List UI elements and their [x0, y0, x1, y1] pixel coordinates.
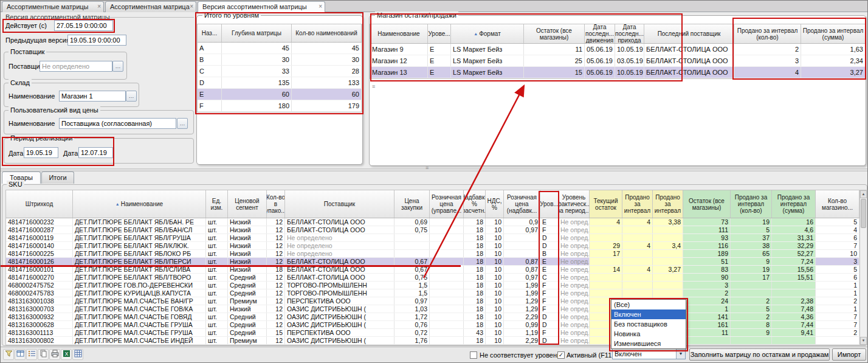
active-checkbox[interactable]: ✓: [557, 351, 565, 359]
price-view-input[interactable]: [59, 118, 176, 129]
column-header[interactable]: Уровень фактическ... за период...: [559, 190, 590, 218]
import-button[interactable]: Импорт: [832, 348, 866, 361]
levels-row[interactable]: F180179: [198, 100, 362, 112]
vertical-scrollbar[interactable]: ▲ ▼: [859, 190, 867, 345]
levels-row[interactable]: B3030: [198, 54, 362, 66]
column-header[interactable]: Остаток (все магазины): [524, 24, 585, 43]
excel-button[interactable]: X: [61, 349, 72, 360]
column-header[interactable]: Продано за интервал: [622, 190, 653, 218]
store-row[interactable]: Магазин 9ELS Маркет Бейз1105.06.1910.05.…: [370, 44, 866, 55]
filter-button[interactable]: [3, 349, 14, 360]
column-header[interactable]: Последний поставщик: [644, 24, 734, 43]
sku-row[interactable]: 4680002475783ДЕТ.ПИТ.ПЮРЕ КУРИЦА/ЦВ.КАПУ…: [6, 289, 859, 297]
dropdown-item[interactable]: Новинка: [611, 329, 686, 339]
levels-row[interactable]: A4545: [198, 43, 362, 54]
column-header[interactable]: Розничная цена (надбавк...: [504, 190, 540, 218]
column-header[interactable]: Продано за интервал (сумма): [772, 190, 816, 218]
fill-matrix-button[interactable]: Заполнить матрицу по остаткам и продажам: [689, 348, 830, 361]
column-header[interactable]: Продано за интервал: [653, 190, 683, 218]
sku-row[interactable]: 4814716000270ДЕТ.ПИТ.ПЮРЕ БЕЛЛАКТ ЯБЛ/ТВ…: [6, 274, 859, 282]
column-header[interactable]: ▲Формат: [451, 24, 524, 43]
sku-row[interactable]: 4814716000232ДЕТ.ПИТ.ПЮРЕ БЕЛЛАКТ ЯБЛ/БА…: [6, 218, 859, 226]
column-header[interactable]: Наз...: [198, 24, 222, 42]
splitter-handle-icon[interactable]: ≡: [425, 166, 429, 170]
column-header[interactable]: Поставщик: [285, 190, 394, 218]
sku-row[interactable]: 4680002475752ДЕТ.ПИТ.ПЮРЕ ГОВ.ПО-ДЕРЕВЕН…: [6, 282, 859, 289]
column-header[interactable]: Розничная цена (управле...: [430, 190, 464, 218]
tab-assortment-matrix[interactable]: Ассортиментная матрица ×: [105, 1, 196, 12]
columns-button[interactable]: [15, 349, 26, 360]
column-header[interactable]: Кол-во наименований: [292, 24, 362, 42]
column-header[interactable]: Дата последн... движения: [585, 24, 615, 43]
effective-from-input[interactable]: [54, 20, 113, 31]
sku-row[interactable]: 4814716000101ДЕТ.ПИТ.ПЮРЕ БЕЛЛАКТ ЯБЛ/СЛ…: [6, 266, 859, 274]
splitter-handle-icon[interactable]: ≡: [372, 85, 375, 88]
store-row[interactable]: Магазин 13ELS Маркет Бейз1505.06.1910.05…: [370, 67, 866, 78]
column-header[interactable]: НДС, %: [486, 190, 504, 218]
column-header[interactable]: Кол-во в упако...: [267, 190, 285, 218]
store-row[interactable]: Магазин 12ELS Маркет Бейз2505.06.1903.05…: [370, 55, 866, 67]
column-header[interactable]: Продано за интервал (сумма): [801, 24, 866, 43]
sku-row[interactable]: 4814716000126ДЕТ.ПИТ.ПЮРЕ БЕЛЛАКТ ЯБЛ/ПЕ…: [6, 258, 859, 266]
price-view-select-button[interactable]: …: [177, 118, 188, 129]
dropdown-item[interactable]: Включен: [611, 309, 686, 319]
supplier-select-button[interactable]: …: [112, 61, 123, 72]
sku-row[interactable]: 4813163001113ДЕТ.ПИТ.ПЮРЕ МАЛ.СЧАСТЬЕ ГР…: [6, 329, 859, 337]
column-header[interactable]: Цена закупки: [394, 190, 430, 218]
column-header[interactable]: Глубина матрицы: [222, 24, 292, 42]
levels-row[interactable]: E6060: [198, 89, 362, 100]
horizontal-splitter[interactable]: [1, 168, 867, 171]
sku-row[interactable]: 4814716000140ДЕТ.ПИТ.ПЮРЕ БЕЛЛАКТ ЯБЛ/КЛ…: [6, 242, 859, 250]
dropdown-item[interactable]: Без поставщиков: [611, 319, 686, 329]
column-header[interactable]: Продано за интервал (кол-во): [734, 24, 801, 43]
sku-row[interactable]: 4814716000225ДЕТ.ПИТ.ПЮРЕ БЕЛЛАКТ ЯБЛОКО…: [6, 250, 859, 258]
tab-totals[interactable]: Итоги: [41, 171, 74, 184]
column-header[interactable]: Наименование: [370, 24, 428, 43]
column-header[interactable]: Остаток (все магазины): [683, 190, 731, 218]
mismatch-checkbox[interactable]: [470, 351, 477, 359]
column-header[interactable]: Урове...: [428, 24, 451, 43]
scroll-up-icon[interactable]: ▲: [860, 190, 867, 198]
column-header[interactable]: Надбавка % (расчетн...: [464, 190, 486, 218]
sku-row[interactable]: 4813163000628ДЕТ.ПИТ.ПЮРЕ МАЛ.СЧАСТЬЕ ГР…: [6, 321, 859, 329]
warehouse-select-button[interactable]: …: [126, 91, 137, 102]
copy-button[interactable]: [38, 349, 49, 360]
dropdown-item[interactable]: (Все): [611, 300, 686, 309]
levels-row[interactable]: C3328: [198, 66, 362, 77]
tab-close-icon[interactable]: ×: [190, 3, 193, 10]
period-from-input[interactable]: [24, 147, 58, 158]
previous-version-input[interactable]: [67, 35, 126, 46]
column-header[interactable]: Продано за интервал (кол-во): [731, 190, 772, 218]
scroll-down-icon[interactable]: ▼: [860, 337, 867, 345]
column-header[interactable]: ▲Наименование: [73, 190, 206, 218]
grid-button[interactable]: [72, 349, 83, 360]
list-button[interactable]: [26, 349, 37, 360]
sku-row[interactable]: 4813163000703ДЕТ.ПИТ.ПЮРЕ МАЛ.СЧАСТЬЕ ГО…: [6, 305, 859, 313]
warehouse-input[interactable]: [59, 91, 126, 102]
tab-matrix-version[interactable]: Версия ассортиментной матрицы ×: [198, 1, 325, 12]
sku-row[interactable]: 4814716000119ДЕТ.ПИТ.ПЮРЕ БЕЛЛАКТ ЯБЛ/ГР…: [6, 234, 859, 242]
column-header[interactable]: Уров...: [540, 190, 559, 218]
cell: 5: [816, 218, 859, 226]
sku-row[interactable]: 4813163000932ДЕТ.ПИТ.ПЮРЕ МАЛ.СЧАСТЬЕ ГО…: [6, 313, 859, 321]
tab-close-icon[interactable]: ×: [97, 3, 101, 10]
column-header[interactable]: Ед. изм.: [206, 190, 228, 218]
chevron-down-icon[interactable]: ▼: [676, 349, 685, 359]
sku-row[interactable]: 4813163000802ДЕТ.ПИТ.ПЮРЕ МАЛ.СЧАСТЬЕ ИН…: [6, 337, 859, 345]
print-button[interactable]: [49, 349, 60, 360]
dropdown-item[interactable]: Изменившиеся: [611, 339, 686, 348]
column-header[interactable]: Кол-во магазино...: [816, 190, 859, 218]
column-header[interactable]: Штрихкод: [6, 190, 73, 218]
tab-assortment-matrices[interactable]: Ассортиментные матрицы ×: [2, 1, 104, 12]
column-header[interactable]: Ценовой сегмент: [228, 190, 267, 218]
period-to-input[interactable]: [78, 147, 113, 158]
column-header[interactable]: Дата последн... прихода: [615, 24, 644, 43]
sku-row[interactable]: 4814716000287ДЕТ.ПИТ.ПЮРЕ БЕЛЛАКТ ЯБЛ/БА…: [6, 226, 859, 234]
sku-row[interactable]: 4813163001038ДЕТ.ПИТ.ПЮРЕ МАЛ.СЧАСТЬЕ ВА…: [6, 297, 859, 305]
tab-close-icon[interactable]: ×: [319, 3, 322, 10]
column-header[interactable]: Текущий остаток: [590, 190, 622, 218]
status-filter-combobox[interactable]: Включен ▼: [612, 348, 686, 359]
levels-row[interactable]: D135133: [198, 77, 362, 89]
supplier-input[interactable]: [40, 61, 112, 72]
scrollbar-thumb[interactable]: [861, 199, 866, 228]
